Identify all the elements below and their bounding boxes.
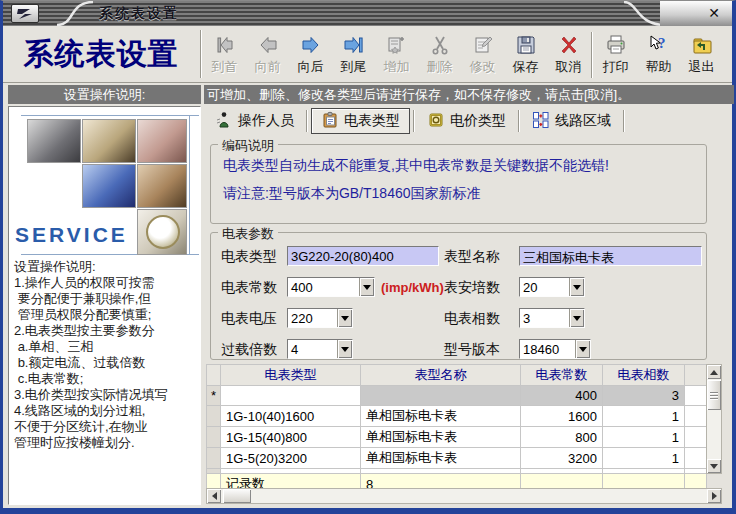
tab-price-type[interactable]: 电价类型 (418, 108, 515, 134)
coding-note-line2: 请注意:型号版本为GB/T18460国家新标准 (223, 185, 481, 203)
meter-const-label: 电表常数 (221, 279, 277, 297)
tab-separator (518, 110, 520, 132)
photo-clips (137, 119, 187, 163)
app-logo-icon (11, 4, 39, 23)
tab-separator (413, 110, 415, 132)
operator-icon (215, 111, 233, 132)
cancel-button[interactable]: 取消 (547, 28, 590, 82)
cell-type[interactable]: 1G-5(20)3200 (221, 448, 361, 469)
phases-combo[interactable]: 3 (519, 308, 585, 328)
table-row[interactable]: 1G-15(40)800 单相国标电卡表 800 1 (207, 427, 707, 448)
table-vertical-scrollbar[interactable] (706, 364, 722, 474)
dropdown-arrow-icon[interactable] (337, 309, 352, 327)
cell-name[interactable]: 单相国标电卡表 (361, 427, 521, 448)
tab-bar: 操作人员 电表类型 电价类型 线路区域 (206, 107, 734, 135)
table-row[interactable]: 1G-5(20)3200 单相国标电卡表 3200 1 (207, 448, 707, 469)
cell-name-new[interactable] (361, 386, 521, 406)
next-record-label: 向后 (298, 58, 324, 76)
tab-operators-label: 操作人员 (238, 112, 294, 130)
cell-type[interactable]: 1G-15(40)800 (221, 427, 361, 448)
amperage-combo[interactable]: 20 (519, 277, 585, 297)
sidebar-panel: SERVICE 设置操作说明: 1.操作人员的权限可按需 要分配便于兼职操作,但… (8, 106, 201, 505)
cell-type-new[interactable] (221, 386, 361, 406)
meter-const-combo[interactable]: 400 (287, 277, 375, 297)
next-record-icon (299, 31, 323, 58)
prev-record-icon (256, 31, 280, 58)
scroll-track[interactable] (251, 489, 707, 503)
vertical-scroll-thumb[interactable] (707, 380, 721, 410)
cell-phases[interactable]: 1 (603, 427, 685, 448)
modify-record-label: 修改 (470, 58, 496, 76)
voltage-combo[interactable]: 220 (287, 308, 353, 328)
meter-type-icon (321, 111, 339, 132)
horizontal-scroll-thumb[interactable] (223, 489, 251, 503)
service-label: SERVICE (15, 223, 128, 247)
help-button[interactable]: ? 帮助 (637, 28, 680, 82)
close-button[interactable]: ✕ (708, 4, 720, 22)
col-meter-const[interactable]: 电表常数 (521, 365, 603, 386)
table-row[interactable]: 1G-10(40)1600 单相国标电卡表 1600 1 (207, 406, 707, 427)
scroll-right-icon[interactable] (707, 489, 721, 503)
cancel-label: 取消 (556, 58, 582, 76)
next-record-button[interactable]: 向后 (289, 28, 332, 82)
dropdown-arrow-icon[interactable] (569, 278, 584, 296)
dropdown-arrow-icon[interactable] (337, 340, 352, 358)
scroll-down-icon[interactable] (707, 459, 721, 473)
col-phases[interactable]: 电表相数 (603, 365, 685, 386)
cell-name[interactable]: 单相国标电卡表 (361, 448, 521, 469)
model-version-combo[interactable]: 18460 (519, 339, 591, 359)
exit-icon (690, 31, 714, 58)
col-extra (685, 365, 707, 386)
cell-const[interactable]: 1600 (521, 406, 603, 427)
photo-keyboard (82, 164, 136, 208)
sidebar-header: 设置操作说明: (8, 85, 201, 104)
tab-meter-type-label: 电表类型 (344, 112, 400, 130)
cell-phases[interactable]: 1 (603, 406, 685, 427)
tab-meter-type[interactable]: 电表类型 (311, 108, 410, 134)
scroll-up-icon[interactable] (707, 365, 721, 379)
tab-line-area-label: 线路区域 (555, 112, 611, 130)
dropdown-arrow-icon[interactable] (575, 340, 590, 358)
exit-button[interactable]: 退出 (680, 28, 723, 82)
cell-type[interactable]: 1G-10(40)1600 (221, 406, 361, 427)
cell-const[interactable]: 3200 (521, 448, 603, 469)
tab-operators[interactable]: 操作人员 (206, 108, 303, 134)
save-button[interactable]: 保存 (504, 28, 547, 82)
meter-const-unit: (imp/kWh) (381, 280, 444, 295)
last-record-icon (342, 31, 366, 58)
dropdown-arrow-icon[interactable] (569, 309, 584, 327)
toolbar-separator (200, 30, 202, 78)
save-label: 保存 (513, 58, 539, 76)
col-meter-type[interactable]: 电表类型 (221, 365, 361, 386)
tab-line-area[interactable]: 线路区域 (523, 108, 620, 134)
amperage-value: 20 (520, 278, 569, 296)
save-icon (514, 31, 538, 58)
last-record-label: 到尾 (341, 58, 367, 76)
coding-note-group: 编码说明 电表类型自动生成不能重复,其中电表常数是关键数据不能选错! 请注意:型… (210, 144, 707, 224)
cell-const-new[interactable]: 400 (521, 386, 603, 406)
cell-phases[interactable]: 1 (603, 448, 685, 469)
col-model-name[interactable]: 表型名称 (361, 365, 521, 386)
model-name-field[interactable]: 三相国标电卡表 (519, 246, 702, 266)
table-horizontal-scrollbar[interactable] (206, 488, 722, 504)
last-record-button[interactable]: 到尾 (332, 28, 375, 82)
model-version-label: 型号版本 (444, 341, 500, 359)
scroll-left-icon[interactable] (207, 489, 221, 503)
dropdown-arrow-icon[interactable] (359, 278, 374, 296)
cell-name[interactable]: 单相国标电卡表 (361, 406, 521, 427)
add-record-icon (385, 31, 409, 58)
row-selector (207, 406, 221, 427)
meter-type-field[interactable]: 3G220-20(80)400 (287, 246, 439, 266)
print-icon (604, 31, 628, 58)
cell-const[interactable]: 800 (521, 427, 603, 448)
overload-combo[interactable]: 4 (287, 339, 353, 359)
cell-phases-new[interactable]: 3 (603, 386, 685, 406)
overload-label: 过载倍数 (221, 341, 277, 359)
tab-separator (306, 110, 308, 132)
coding-note-line1: 电表类型自动生成不能重复,其中电表常数是关键数据不能选错! (223, 157, 609, 175)
meter-params-legend: 电表参数 (218, 225, 278, 243)
print-button[interactable]: 打印 (594, 28, 637, 82)
amperage-label: 表安培数 (444, 279, 500, 297)
table-new-row[interactable]: * 400 3 (207, 386, 707, 406)
tab-separator (623, 110, 625, 132)
